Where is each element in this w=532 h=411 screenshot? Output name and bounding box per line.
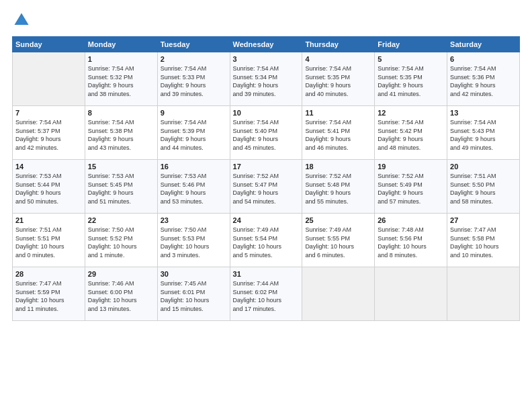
- day-number: 24: [233, 216, 300, 224]
- calendar-cell: 27Sunrise: 7:47 AMSunset: 5:58 PMDayligh…: [447, 214, 520, 267]
- day-info: Sunrise: 7:54 AMSunset: 5:41 PMDaylight:…: [305, 118, 371, 152]
- calendar-week-row: 28Sunrise: 7:47 AMSunset: 5:59 PMDayligh…: [13, 267, 520, 321]
- calendar-cell: 8Sunrise: 7:54 AMSunset: 5:38 PMDaylight…: [85, 106, 157, 160]
- calendar-cell: 11Sunrise: 7:54 AMSunset: 5:41 PMDayligh…: [302, 106, 375, 160]
- calendar-header-thursday: Thursday: [302, 37, 375, 52]
- day-number: 28: [15, 270, 82, 278]
- day-info: Sunrise: 7:54 AMSunset: 5:39 PMDaylight:…: [161, 118, 227, 152]
- calendar-week-row: 7Sunrise: 7:54 AMSunset: 5:37 PMDaylight…: [13, 106, 520, 160]
- day-number: 16: [161, 163, 227, 171]
- day-info: Sunrise: 7:52 AMSunset: 5:49 PMDaylight:…: [378, 172, 444, 205]
- day-info: Sunrise: 7:54 AMSunset: 5:35 PMDaylight:…: [378, 64, 444, 98]
- day-number: 13: [450, 109, 517, 117]
- calendar-cell: 14Sunrise: 7:53 AMSunset: 5:44 PMDayligh…: [13, 160, 85, 214]
- calendar-cell: 5Sunrise: 7:54 AMSunset: 5:35 PMDaylight…: [375, 52, 447, 106]
- day-number: 12: [378, 109, 444, 117]
- calendar-cell: 22Sunrise: 7:50 AMSunset: 5:52 PMDayligh…: [85, 214, 157, 267]
- calendar-cell: 15Sunrise: 7:53 AMSunset: 5:45 PMDayligh…: [85, 160, 157, 214]
- day-number: 1: [88, 55, 154, 63]
- calendar-cell: 24Sunrise: 7:49 AMSunset: 5:54 PMDayligh…: [230, 214, 302, 267]
- day-info: Sunrise: 7:54 AMSunset: 5:43 PMDaylight:…: [450, 118, 517, 152]
- day-number: 4: [305, 55, 371, 63]
- calendar-cell: 6Sunrise: 7:54 AMSunset: 5:36 PMDaylight…: [447, 52, 520, 106]
- day-info: Sunrise: 7:50 AMSunset: 5:52 PMDaylight:…: [88, 226, 154, 259]
- calendar-cell: 26Sunrise: 7:48 AMSunset: 5:56 PMDayligh…: [375, 214, 447, 267]
- calendar-cell: 12Sunrise: 7:54 AMSunset: 5:42 PMDayligh…: [375, 106, 447, 160]
- calendar-cell: 7Sunrise: 7:54 AMSunset: 5:37 PMDaylight…: [13, 106, 85, 160]
- day-number: 5: [378, 55, 444, 63]
- calendar-cell: 18Sunrise: 7:52 AMSunset: 5:48 PMDayligh…: [302, 160, 375, 214]
- day-info: Sunrise: 7:54 AMSunset: 5:33 PMDaylight:…: [161, 64, 227, 98]
- calendar-cell: [447, 267, 520, 321]
- calendar-cell: [375, 267, 447, 321]
- day-info: Sunrise: 7:48 AMSunset: 5:56 PMDaylight:…: [378, 226, 444, 259]
- calendar-header-monday: Monday: [85, 37, 157, 52]
- calendar-cell: 10Sunrise: 7:54 AMSunset: 5:40 PMDayligh…: [230, 106, 302, 160]
- calendar-header-wednesday: Wednesday: [230, 37, 302, 52]
- calendar-cell: 19Sunrise: 7:52 AMSunset: 5:49 PMDayligh…: [375, 160, 447, 214]
- day-info: Sunrise: 7:50 AMSunset: 5:53 PMDaylight:…: [161, 226, 227, 259]
- day-info: Sunrise: 7:47 AMSunset: 5:58 PMDaylight:…: [450, 226, 517, 259]
- day-info: Sunrise: 7:45 AMSunset: 6:01 PMDaylight:…: [161, 279, 227, 313]
- day-info: Sunrise: 7:49 AMSunset: 5:55 PMDaylight:…: [305, 226, 371, 259]
- day-number: 11: [305, 109, 371, 117]
- day-info: Sunrise: 7:54 AMSunset: 5:35 PMDaylight:…: [305, 64, 371, 98]
- calendar-cell: [302, 267, 375, 321]
- calendar-cell: 31Sunrise: 7:44 AMSunset: 6:02 PMDayligh…: [230, 267, 302, 321]
- day-number: 29: [88, 270, 154, 278]
- day-info: Sunrise: 7:51 AMSunset: 5:50 PMDaylight:…: [450, 172, 517, 205]
- day-info: Sunrise: 7:51 AMSunset: 5:51 PMDaylight:…: [15, 226, 82, 259]
- calendar-cell: 20Sunrise: 7:51 AMSunset: 5:50 PMDayligh…: [447, 160, 520, 214]
- day-number: 2: [161, 55, 227, 63]
- day-number: 6: [450, 55, 517, 63]
- calendar-cell: 17Sunrise: 7:52 AMSunset: 5:47 PMDayligh…: [230, 160, 302, 214]
- calendar-header-row: SundayMondayTuesdayWednesdayThursdayFrid…: [13, 37, 520, 52]
- day-info: Sunrise: 7:49 AMSunset: 5:54 PMDaylight:…: [233, 226, 300, 259]
- calendar-cell: 3Sunrise: 7:54 AMSunset: 5:34 PMDaylight…: [230, 52, 302, 106]
- day-info: Sunrise: 7:54 AMSunset: 5:34 PMDaylight:…: [233, 64, 300, 98]
- day-number: 23: [161, 216, 227, 224]
- day-number: 22: [88, 216, 154, 224]
- calendar-cell: 4Sunrise: 7:54 AMSunset: 5:35 PMDaylight…: [302, 52, 375, 106]
- calendar-week-row: 21Sunrise: 7:51 AMSunset: 5:51 PMDayligh…: [13, 214, 520, 267]
- day-info: Sunrise: 7:53 AMSunset: 5:44 PMDaylight:…: [15, 172, 82, 205]
- day-number: 26: [378, 216, 444, 224]
- calendar-header-tuesday: Tuesday: [157, 37, 230, 52]
- calendar-cell: 21Sunrise: 7:51 AMSunset: 5:51 PMDayligh…: [13, 214, 85, 267]
- day-info: Sunrise: 7:47 AMSunset: 5:59 PMDaylight:…: [15, 279, 82, 313]
- calendar-cell: 29Sunrise: 7:46 AMSunset: 6:00 PMDayligh…: [85, 267, 157, 321]
- day-info: Sunrise: 7:44 AMSunset: 6:02 PMDaylight:…: [233, 279, 300, 313]
- day-number: 20: [450, 163, 517, 171]
- day-info: Sunrise: 7:46 AMSunset: 6:00 PMDaylight:…: [88, 279, 154, 313]
- day-number: 14: [15, 163, 82, 171]
- calendar-cell: 1Sunrise: 7:54 AMSunset: 5:32 PMDaylight…: [85, 52, 157, 106]
- day-info: Sunrise: 7:53 AMSunset: 5:46 PMDaylight:…: [161, 172, 227, 205]
- day-info: Sunrise: 7:54 AMSunset: 5:42 PMDaylight:…: [378, 118, 444, 152]
- calendar-cell: 9Sunrise: 7:54 AMSunset: 5:39 PMDaylight…: [157, 106, 230, 160]
- day-info: Sunrise: 7:53 AMSunset: 5:45 PMDaylight:…: [88, 172, 154, 205]
- day-number: 3: [233, 55, 300, 63]
- calendar-cell: 25Sunrise: 7:49 AMSunset: 5:55 PMDayligh…: [302, 214, 375, 267]
- calendar-cell: 2Sunrise: 7:54 AMSunset: 5:33 PMDaylight…: [157, 52, 230, 106]
- day-info: Sunrise: 7:52 AMSunset: 5:48 PMDaylight:…: [305, 172, 371, 205]
- day-number: 19: [378, 163, 444, 171]
- day-number: 31: [233, 270, 300, 278]
- calendar-header-saturday: Saturday: [447, 37, 520, 52]
- day-info: Sunrise: 7:54 AMSunset: 5:40 PMDaylight:…: [233, 118, 300, 152]
- day-info: Sunrise: 7:54 AMSunset: 5:32 PMDaylight:…: [88, 64, 154, 98]
- logo: [12, 11, 34, 30]
- day-number: 21: [15, 216, 82, 224]
- day-number: 15: [88, 163, 154, 171]
- day-info: Sunrise: 7:54 AMSunset: 5:36 PMDaylight:…: [450, 64, 517, 98]
- calendar-week-row: 14Sunrise: 7:53 AMSunset: 5:44 PMDayligh…: [13, 160, 520, 214]
- calendar-table: SundayMondayTuesdayWednesdayThursdayFrid…: [12, 36, 520, 321]
- calendar-header-friday: Friday: [375, 37, 447, 52]
- day-number: 10: [233, 109, 300, 117]
- day-number: 9: [161, 109, 227, 117]
- day-number: 25: [305, 216, 371, 224]
- day-number: 30: [161, 270, 227, 278]
- calendar-cell: 16Sunrise: 7:53 AMSunset: 5:46 PMDayligh…: [157, 160, 230, 214]
- day-number: 17: [233, 163, 300, 171]
- day-number: 27: [450, 216, 517, 224]
- day-info: Sunrise: 7:54 AMSunset: 5:38 PMDaylight:…: [88, 118, 154, 152]
